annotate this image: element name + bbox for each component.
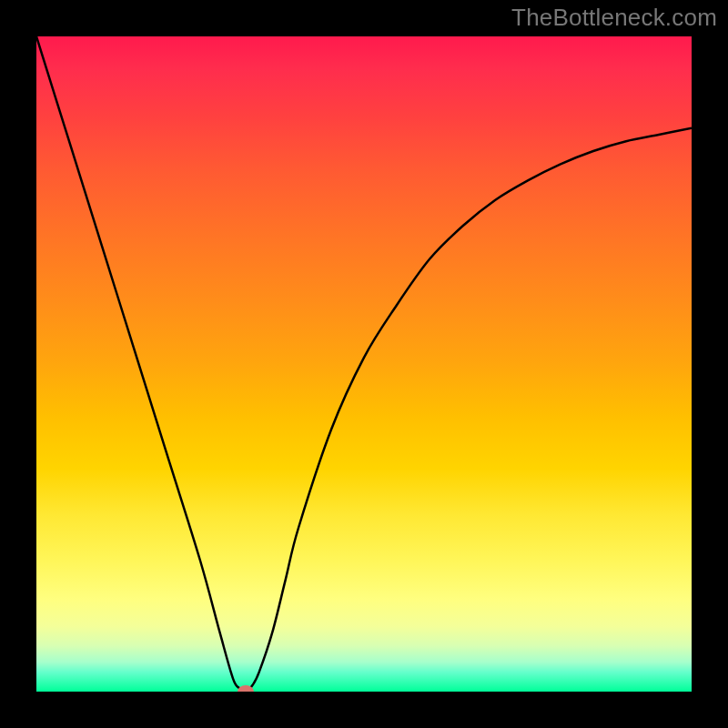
bottleneck-curve <box>36 36 692 692</box>
chart-container: TheBottleneck.com <box>0 0 728 728</box>
watermark-text: TheBottleneck.com <box>511 4 717 32</box>
plot-area <box>36 36 692 692</box>
minimum-marker <box>238 685 254 692</box>
curve-svg <box>36 36 692 692</box>
